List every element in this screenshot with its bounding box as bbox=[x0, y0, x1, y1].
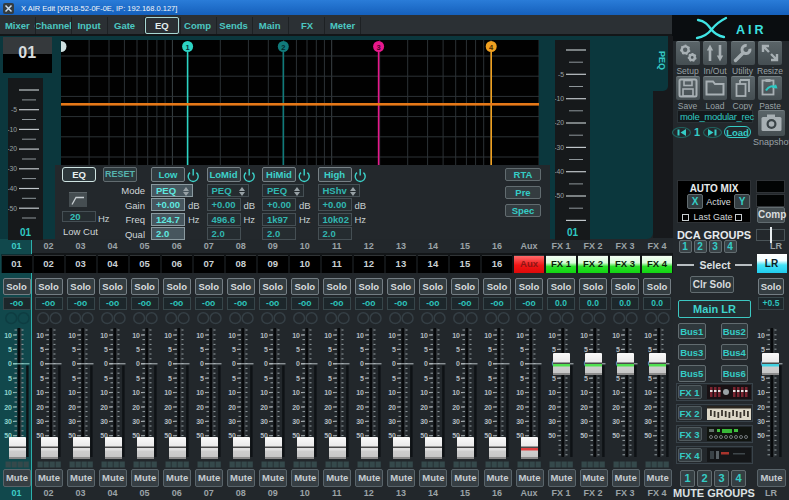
svg-text:10: 10 bbox=[452, 389, 460, 396]
svg-text:5: 5 bbox=[584, 375, 588, 382]
svg-text:30: 30 bbox=[324, 418, 332, 425]
svg-text:10: 10 bbox=[548, 389, 556, 396]
svg-text:10: 10 bbox=[228, 332, 236, 339]
svg-text:-10: -10 bbox=[8, 126, 17, 133]
svg-text:10: 10 bbox=[100, 332, 108, 339]
svg-text:5: 5 bbox=[104, 346, 108, 353]
svg-text:10: 10 bbox=[580, 389, 588, 396]
svg-text:10: 10 bbox=[516, 389, 524, 396]
svg-text:-30: -30 bbox=[555, 144, 564, 151]
svg-text:2: 2 bbox=[281, 43, 285, 52]
svg-text:30: 30 bbox=[484, 418, 492, 425]
svg-text:1: 1 bbox=[186, 43, 190, 52]
svg-text:0: 0 bbox=[296, 360, 300, 367]
svg-text:0: 0 bbox=[104, 360, 108, 367]
svg-text:20: 20 bbox=[484, 404, 492, 411]
svg-text:10: 10 bbox=[388, 332, 396, 339]
svg-text:0: 0 bbox=[40, 360, 44, 367]
svg-text:10: 10 bbox=[612, 332, 620, 339]
svg-text:5: 5 bbox=[761, 346, 765, 353]
svg-text:0: 0 bbox=[520, 360, 524, 367]
svg-text:5: 5 bbox=[616, 375, 620, 382]
svg-text:20: 20 bbox=[196, 404, 204, 411]
svg-text:5: 5 bbox=[456, 346, 460, 353]
svg-text:20: 20 bbox=[36, 404, 44, 411]
svg-text:10: 10 bbox=[484, 332, 492, 339]
svg-text:5: 5 bbox=[8, 375, 12, 382]
svg-text:20: 20 bbox=[388, 404, 396, 411]
svg-text:5: 5 bbox=[360, 375, 364, 382]
svg-text:30: 30 bbox=[452, 418, 460, 425]
svg-text:20: 20 bbox=[420, 404, 428, 411]
svg-text:50: 50 bbox=[580, 432, 588, 439]
svg-text:10: 10 bbox=[757, 389, 765, 396]
svg-text:5: 5 bbox=[584, 346, 588, 353]
svg-text:-5: -5 bbox=[558, 71, 564, 78]
svg-text:20: 20 bbox=[356, 404, 364, 411]
svg-text:5: 5 bbox=[8, 346, 12, 353]
svg-text:5: 5 bbox=[488, 375, 492, 382]
svg-text:10: 10 bbox=[4, 389, 12, 396]
svg-text:10: 10 bbox=[484, 389, 492, 396]
svg-text:5: 5 bbox=[296, 346, 300, 353]
svg-text:5: 5 bbox=[552, 375, 556, 382]
svg-text:10: 10 bbox=[196, 389, 204, 396]
svg-text:30: 30 bbox=[292, 418, 300, 425]
svg-text:3: 3 bbox=[377, 43, 381, 52]
svg-text:20: 20 bbox=[516, 404, 524, 411]
svg-text:20: 20 bbox=[644, 404, 652, 411]
svg-text:-5: -5 bbox=[11, 106, 17, 113]
svg-text:30: 30 bbox=[68, 418, 76, 425]
svg-text:5: 5 bbox=[264, 375, 268, 382]
svg-text:30: 30 bbox=[4, 418, 12, 425]
svg-text:10: 10 bbox=[388, 389, 396, 396]
svg-text:-20: -20 bbox=[555, 119, 564, 126]
svg-text:50: 50 bbox=[757, 432, 765, 439]
svg-text:10: 10 bbox=[516, 332, 524, 339]
svg-text:10: 10 bbox=[68, 389, 76, 396]
svg-text:30: 30 bbox=[388, 418, 396, 425]
svg-text:-40: -40 bbox=[8, 185, 17, 192]
svg-text:0: 0 bbox=[200, 360, 204, 367]
svg-text:20: 20 bbox=[132, 404, 140, 411]
svg-text:20: 20 bbox=[324, 404, 332, 411]
svg-text:10: 10 bbox=[324, 389, 332, 396]
svg-text:10: 10 bbox=[580, 332, 588, 339]
svg-text:30: 30 bbox=[228, 418, 236, 425]
svg-text:0: 0 bbox=[328, 360, 332, 367]
svg-text:5: 5 bbox=[40, 346, 44, 353]
svg-text:10: 10 bbox=[164, 389, 172, 396]
svg-text:5: 5 bbox=[552, 346, 556, 353]
svg-text:-20: -20 bbox=[8, 145, 17, 152]
svg-text:5: 5 bbox=[648, 346, 652, 353]
svg-text:5: 5 bbox=[328, 346, 332, 353]
svg-text:10: 10 bbox=[260, 332, 268, 339]
svg-text:5: 5 bbox=[520, 346, 524, 353]
svg-text:10: 10 bbox=[68, 332, 76, 339]
svg-text:5: 5 bbox=[232, 375, 236, 382]
svg-text:10: 10 bbox=[356, 332, 364, 339]
svg-text:-50: -50 bbox=[8, 205, 17, 212]
svg-text:5: 5 bbox=[168, 346, 172, 353]
svg-text:30: 30 bbox=[356, 418, 364, 425]
svg-text:5: 5 bbox=[168, 375, 172, 382]
svg-text:10: 10 bbox=[324, 332, 332, 339]
svg-text:5: 5 bbox=[296, 375, 300, 382]
svg-text:5: 5 bbox=[232, 346, 236, 353]
svg-text:20: 20 bbox=[4, 404, 12, 411]
svg-text:10: 10 bbox=[260, 389, 268, 396]
svg-text:0: 0 bbox=[232, 360, 236, 367]
svg-text:0: 0 bbox=[72, 360, 76, 367]
svg-text:10: 10 bbox=[4, 332, 12, 339]
svg-text:20: 20 bbox=[612, 404, 620, 411]
svg-text:20: 20 bbox=[548, 404, 556, 411]
svg-text:5: 5 bbox=[104, 375, 108, 382]
svg-text:10: 10 bbox=[644, 332, 652, 339]
svg-text:20: 20 bbox=[68, 404, 76, 411]
svg-text:0: 0 bbox=[360, 360, 364, 367]
svg-text:20: 20 bbox=[580, 404, 588, 411]
svg-text:5: 5 bbox=[200, 375, 204, 382]
svg-text:50: 50 bbox=[548, 432, 556, 439]
svg-text:5: 5 bbox=[424, 375, 428, 382]
svg-text:5: 5 bbox=[40, 375, 44, 382]
